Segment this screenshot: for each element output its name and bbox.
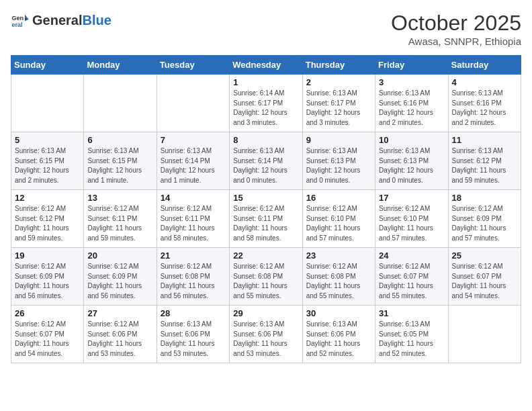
day-number: 15 [233, 193, 298, 203]
day-info: Sunrise: 6:14 AM Sunset: 6:17 PM Dayligh… [233, 89, 298, 128]
day-info: Sunrise: 6:13 AM Sunset: 6:16 PM Dayligh… [379, 89, 444, 128]
weekday-header-thursday: Thursday [302, 56, 375, 75]
day-number: 20 [87, 250, 152, 261]
weekday-header-wednesday: Wednesday [230, 56, 302, 75]
calendar-cell: 17Sunrise: 6:12 AM Sunset: 6:10 PM Dayli… [375, 190, 448, 248]
calendar-cell: 26Sunrise: 6:12 AM Sunset: 6:07 PM Dayli… [11, 306, 84, 363]
day-number: 24 [379, 250, 444, 261]
day-info: Sunrise: 6:13 AM Sunset: 6:15 PM Dayligh… [87, 146, 152, 185]
calendar-header-row: SundayMondayTuesdayWednesdayThursdayFrid… [11, 56, 521, 75]
day-number: 23 [306, 250, 371, 261]
day-number: 13 [87, 193, 152, 203]
day-info: Sunrise: 6:12 AM Sunset: 6:07 PM Dayligh… [452, 262, 517, 301]
day-info: Sunrise: 6:12 AM Sunset: 6:10 PM Dayligh… [306, 204, 371, 243]
day-number: 19 [15, 250, 80, 261]
day-info: Sunrise: 6:13 AM Sunset: 6:14 PM Dayligh… [233, 146, 298, 185]
day-number: 28 [161, 308, 226, 318]
day-number: 22 [233, 250, 298, 261]
calendar-cell: 5Sunrise: 6:13 AM Sunset: 6:15 PM Daylig… [11, 132, 84, 190]
calendar-cell: 28Sunrise: 6:13 AM Sunset: 6:06 PM Dayli… [157, 306, 229, 363]
weekday-header-sunday: Sunday [11, 56, 84, 75]
calendar-cell: 13Sunrise: 6:12 AM Sunset: 6:11 PM Dayli… [84, 190, 157, 248]
day-info: Sunrise: 6:12 AM Sunset: 6:07 PM Dayligh… [379, 262, 444, 301]
day-number: 16 [306, 193, 371, 203]
calendar-cell: 8Sunrise: 6:13 AM Sunset: 6:14 PM Daylig… [230, 132, 302, 190]
calendar-week-2: 5Sunrise: 6:13 AM Sunset: 6:15 PM Daylig… [11, 132, 521, 190]
calendar-cell: 6Sunrise: 6:13 AM Sunset: 6:15 PM Daylig… [84, 132, 157, 190]
day-info: Sunrise: 6:13 AM Sunset: 6:06 PM Dayligh… [233, 320, 298, 359]
calendar-table: SundayMondayTuesdayWednesdayThursdayFrid… [11, 55, 521, 363]
calendar-cell: 24Sunrise: 6:12 AM Sunset: 6:07 PM Dayli… [375, 248, 448, 306]
day-number: 4 [452, 77, 517, 87]
calendar-cell: 20Sunrise: 6:12 AM Sunset: 6:09 PM Dayli… [84, 248, 157, 306]
calendar-cell: 25Sunrise: 6:12 AM Sunset: 6:07 PM Dayli… [448, 248, 521, 306]
calendar-cell: 11Sunrise: 6:13 AM Sunset: 6:12 PM Dayli… [448, 132, 521, 190]
calendar-cell: 3Sunrise: 6:13 AM Sunset: 6:16 PM Daylig… [375, 75, 448, 132]
day-info: Sunrise: 6:13 AM Sunset: 6:14 PM Dayligh… [161, 146, 226, 185]
day-number: 1 [233, 77, 298, 87]
day-info: Sunrise: 6:12 AM Sunset: 6:11 PM Dayligh… [87, 204, 152, 243]
day-number: 27 [87, 308, 152, 318]
day-number: 10 [379, 135, 444, 145]
location-subtitle: Awasa, SNNPR, Ethiopia [391, 36, 521, 47]
day-info: Sunrise: 6:13 AM Sunset: 6:13 PM Dayligh… [379, 146, 444, 185]
day-info: Sunrise: 6:13 AM Sunset: 6:17 PM Dayligh… [306, 89, 371, 128]
calendar-week-3: 12Sunrise: 6:12 AM Sunset: 6:12 PM Dayli… [11, 190, 521, 248]
page-header: Gen eral GeneralBlue October 2025 Awasa,… [11, 11, 521, 47]
day-number: 5 [15, 135, 80, 145]
weekday-header-saturday: Saturday [448, 56, 521, 75]
calendar-cell [157, 75, 229, 132]
day-info: Sunrise: 6:13 AM Sunset: 6:05 PM Dayligh… [379, 320, 444, 359]
logo-icon: Gen eral [11, 11, 30, 30]
day-info: Sunrise: 6:13 AM Sunset: 6:12 PM Dayligh… [452, 146, 517, 185]
day-info: Sunrise: 6:12 AM Sunset: 6:06 PM Dayligh… [87, 320, 152, 359]
calendar-cell: 1Sunrise: 6:14 AM Sunset: 6:17 PM Daylig… [230, 75, 302, 132]
calendar-cell: 2Sunrise: 6:13 AM Sunset: 6:17 PM Daylig… [302, 75, 375, 132]
day-number: 17 [379, 193, 444, 203]
day-info: Sunrise: 6:12 AM Sunset: 6:12 PM Dayligh… [15, 204, 80, 243]
calendar-cell: 21Sunrise: 6:12 AM Sunset: 6:08 PM Dayli… [157, 248, 229, 306]
day-number: 7 [161, 135, 226, 145]
month-title: October 2025 [391, 11, 521, 36]
day-number: 3 [379, 77, 444, 87]
day-info: Sunrise: 6:12 AM Sunset: 6:08 PM Dayligh… [161, 262, 226, 301]
calendar-cell: 19Sunrise: 6:12 AM Sunset: 6:09 PM Dayli… [11, 248, 84, 306]
day-info: Sunrise: 6:13 AM Sunset: 6:16 PM Dayligh… [452, 89, 517, 128]
day-number: 26 [15, 308, 80, 318]
calendar-cell: 31Sunrise: 6:13 AM Sunset: 6:05 PM Dayli… [375, 306, 448, 363]
calendar-week-4: 19Sunrise: 6:12 AM Sunset: 6:09 PM Dayli… [11, 248, 521, 306]
day-info: Sunrise: 6:13 AM Sunset: 6:06 PM Dayligh… [306, 320, 371, 359]
day-number: 31 [379, 308, 444, 318]
title-block: October 2025 Awasa, SNNPR, Ethiopia [391, 11, 521, 47]
day-info: Sunrise: 6:12 AM Sunset: 6:08 PM Dayligh… [306, 262, 371, 301]
calendar-cell: 29Sunrise: 6:13 AM Sunset: 6:06 PM Dayli… [230, 306, 302, 363]
calendar-cell: 30Sunrise: 6:13 AM Sunset: 6:06 PM Dayli… [302, 306, 375, 363]
day-info: Sunrise: 6:12 AM Sunset: 6:11 PM Dayligh… [233, 204, 298, 243]
svg-text:Gen: Gen [11, 15, 24, 21]
day-info: Sunrise: 6:12 AM Sunset: 6:10 PM Dayligh… [379, 204, 444, 243]
day-info: Sunrise: 6:12 AM Sunset: 6:11 PM Dayligh… [161, 204, 226, 243]
day-number: 29 [233, 308, 298, 318]
day-number: 30 [306, 308, 371, 318]
weekday-header-monday: Monday [84, 56, 157, 75]
day-info: Sunrise: 6:12 AM Sunset: 6:09 PM Dayligh… [452, 204, 517, 243]
calendar-cell: 7Sunrise: 6:13 AM Sunset: 6:14 PM Daylig… [157, 132, 229, 190]
weekday-header-tuesday: Tuesday [157, 56, 229, 75]
logo: Gen eral GeneralBlue [11, 11, 112, 30]
day-number: 12 [15, 193, 80, 203]
day-number: 18 [452, 193, 517, 203]
calendar-cell [84, 75, 157, 132]
calendar-cell: 12Sunrise: 6:12 AM Sunset: 6:12 PM Dayli… [11, 190, 84, 248]
logo-blue-text: Blue [82, 13, 111, 28]
day-number: 8 [233, 135, 298, 145]
day-info: Sunrise: 6:12 AM Sunset: 6:09 PM Dayligh… [87, 262, 152, 301]
calendar-body: 1Sunrise: 6:14 AM Sunset: 6:17 PM Daylig… [11, 75, 521, 363]
calendar-cell [11, 75, 84, 132]
calendar-week-5: 26Sunrise: 6:12 AM Sunset: 6:07 PM Dayli… [11, 306, 521, 363]
calendar-cell: 18Sunrise: 6:12 AM Sunset: 6:09 PM Dayli… [448, 190, 521, 248]
day-number: 9 [306, 135, 371, 145]
day-number: 14 [161, 193, 226, 203]
day-info: Sunrise: 6:12 AM Sunset: 6:07 PM Dayligh… [15, 320, 80, 359]
day-info: Sunrise: 6:13 AM Sunset: 6:06 PM Dayligh… [161, 320, 226, 359]
day-number: 6 [87, 135, 152, 145]
